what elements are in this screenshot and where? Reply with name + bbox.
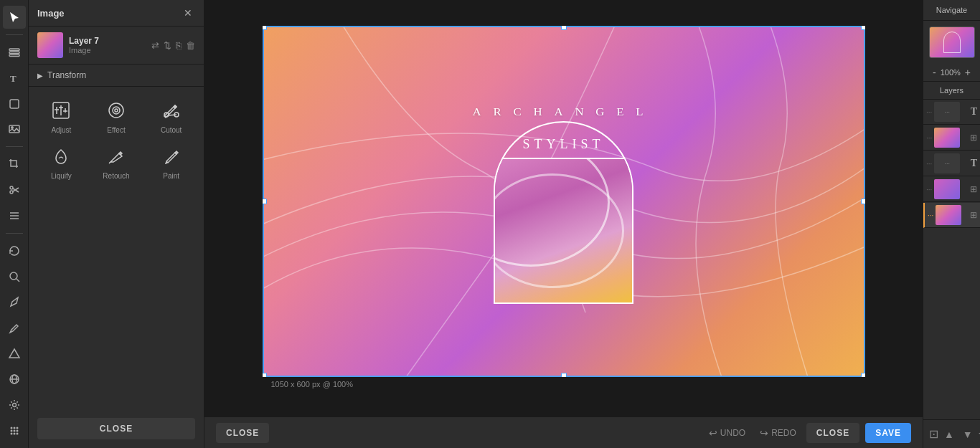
expand-button[interactable]: ⊡: [926, 424, 941, 444]
layers-list: ··· ··· T ··· ⊞ ··· ··· T ··· ⊞ ··: [923, 100, 980, 419]
delete-icon[interactable]: 🗑: [186, 40, 195, 51]
panel-close-button[interactable]: CLOSE: [37, 418, 195, 439]
adjust-btn[interactable]: Adjust: [34, 95, 88, 140]
effect-label: Effect: [107, 126, 125, 134]
navigate-thumbnail: [929, 27, 975, 58]
svg-line-41: [109, 162, 110, 163]
canvas-info: 1050 x 600 px @ 100%: [263, 377, 865, 391]
right-panel: Navigate - 100% + Layers ··· ··· T ··· ⊞…: [923, 0, 980, 448]
layer-thumb-4: [934, 179, 960, 199]
svg-rect-2: [9, 54, 19, 57]
canvas-wrapper: ARCHANGEL STYLIST: [263, 26, 865, 391]
tools-grid: Adjust Effect Cu: [29, 87, 204, 194]
cutout-btn[interactable]: Cutout: [144, 95, 198, 140]
layer-info: Layer 7 Image: [69, 36, 146, 54]
layer-thumb-3: ···: [934, 153, 960, 173]
bottom-bar: CLOSE ↩ UNDO ↪ REDO CLOSE SAVE: [204, 416, 923, 448]
rotate-tool[interactable]: [3, 239, 26, 262]
layer-thumb-1: ···: [934, 102, 960, 122]
svg-point-14: [10, 272, 17, 280]
layer-row-4[interactable]: ··· ⊞: [923, 177, 980, 202]
settings-tool[interactable]: [3, 394, 26, 416]
paint-btn[interactable]: Paint: [144, 141, 198, 186]
shape-tool[interactable]: [3, 92, 26, 115]
paint-label: Paint: [163, 172, 179, 180]
select-tool[interactable]: [3, 6, 26, 29]
svg-point-21: [13, 427, 15, 429]
close-right-button[interactable]: CLOSE: [806, 423, 859, 443]
redo-label: REDO: [771, 428, 796, 438]
layer-type-icon-5: ⊞: [970, 210, 977, 220]
zoom-value: 100%: [941, 68, 961, 77]
panel-close-icon[interactable]: ✕: [181, 6, 195, 20]
redo-button[interactable]: ↪ REDO: [755, 424, 801, 442]
cutout-icon: [162, 101, 181, 123]
layer-row-5[interactable]: ··· ⊞: [923, 203, 980, 228]
svg-point-6: [11, 127, 12, 128]
svg-point-7: [10, 186, 13, 189]
layers-tool[interactable]: [3, 41, 26, 64]
bottom-right: ↩ UNDO ↪ REDO CLOSE SAVE: [705, 423, 911, 443]
cutout-label: Cutout: [161, 126, 182, 134]
flip-h-icon[interactable]: ⇄: [151, 40, 159, 51]
layer-row-3[interactable]: ··· ··· T: [923, 151, 980, 176]
layer-type-icon-2: ⊞: [970, 133, 977, 143]
zoom-tool[interactable]: [3, 265, 26, 288]
bottom-left: CLOSE: [216, 423, 269, 443]
layer-type: Image: [69, 46, 146, 54]
layer-type-icon-4: ⊞: [970, 184, 977, 194]
svg-point-22: [16, 427, 18, 429]
retouch-btn[interactable]: Retouch: [90, 141, 143, 186]
toolbar-separator: [6, 34, 23, 35]
svg-point-8: [10, 191, 13, 194]
triangle-tool[interactable]: [3, 343, 26, 366]
panel-header: Image ✕: [29, 0, 204, 27]
pen-tool[interactable]: [3, 291, 26, 314]
layer-row-1[interactable]: ··· ··· T: [923, 100, 980, 125]
flip-v-icon[interactable]: ⇅: [164, 40, 171, 51]
add-layer-button[interactable]: +: [976, 425, 980, 443]
logo-container: ARCHANGEL STYLIST: [481, 107, 646, 304]
layer-item: Layer 7 Image ⇄ ⇅ ⎘ 🗑: [29, 27, 204, 65]
panel-title: Image: [37, 8, 65, 19]
globe-tool[interactable]: [3, 368, 26, 391]
align-tool[interactable]: [3, 204, 26, 227]
transform-arrow: ▶: [37, 72, 43, 80]
layer-row-2[interactable]: ··· ⊞: [923, 125, 980, 151]
copy-icon[interactable]: ⎘: [176, 40, 182, 51]
svg-point-26: [10, 433, 12, 435]
transform-header[interactable]: ▶ Transform: [37, 70, 195, 80]
zoom-in-button[interactable]: +: [963, 67, 972, 78]
svg-point-20: [10, 427, 12, 429]
canvas-image: ARCHANGEL STYLIST: [263, 26, 865, 377]
nav-down-button[interactable]: ▼: [960, 427, 976, 442]
svg-rect-4: [10, 100, 19, 108]
save-button[interactable]: SAVE: [865, 423, 911, 443]
draw-tool[interactable]: [3, 317, 26, 340]
svg-point-27: [13, 433, 15, 435]
zoom-out-button[interactable]: -: [931, 67, 938, 78]
zoom-control: - 100% +: [923, 64, 980, 82]
liquify-btn[interactable]: Liquify: [34, 141, 88, 186]
effect-btn[interactable]: Effect: [90, 95, 143, 140]
retouch-label: Retouch: [103, 172, 129, 180]
undo-label: UNDO: [720, 428, 745, 438]
crop-tool[interactable]: [3, 153, 26, 176]
svg-point-38: [115, 109, 118, 112]
apps-tool[interactable]: [3, 419, 26, 442]
image-tool[interactable]: [3, 118, 26, 141]
nav-up-button[interactable]: ▲: [941, 427, 957, 442]
svg-point-36: [109, 103, 123, 118]
retouch-icon: [107, 147, 126, 169]
effect-icon: [107, 101, 126, 123]
close-left-button[interactable]: CLOSE: [216, 423, 269, 443]
paint-icon: [162, 147, 181, 169]
svg-line-15: [17, 279, 19, 282]
text-tool[interactable]: T: [3, 67, 26, 90]
layer-name: Layer 7: [69, 36, 146, 46]
undo-button[interactable]: ↩ UNDO: [705, 424, 750, 442]
layer-dots-1: ···: [926, 108, 932, 116]
layer-dots-2: ···: [926, 134, 932, 142]
scissors-tool[interactable]: [3, 178, 26, 201]
transform-section: ▶ Transform: [29, 65, 204, 87]
